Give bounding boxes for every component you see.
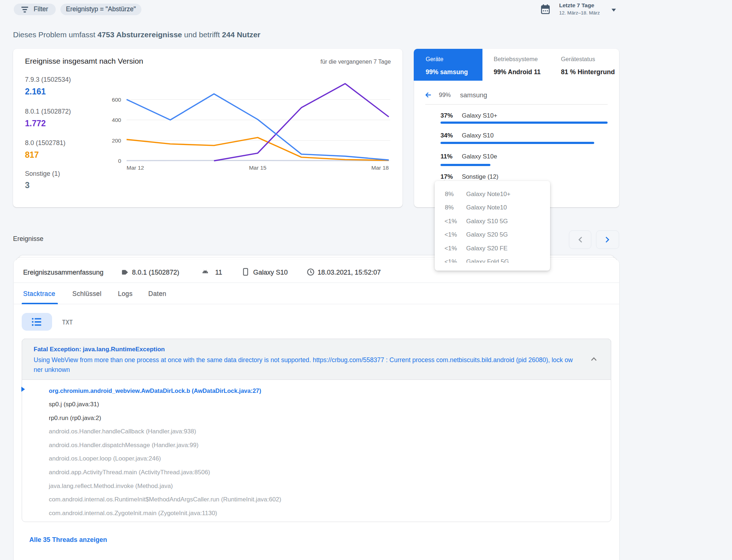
svg-text:Mar 15: Mar 15	[249, 165, 266, 171]
svg-text:Mar 12: Mar 12	[127, 165, 144, 171]
svg-text:600: 600	[112, 97, 121, 103]
svg-text:400: 400	[112, 117, 121, 123]
svg-text:Mar 18: Mar 18	[371, 165, 389, 171]
svg-text:200: 200	[112, 137, 121, 144]
svg-text:0: 0	[118, 158, 121, 164]
